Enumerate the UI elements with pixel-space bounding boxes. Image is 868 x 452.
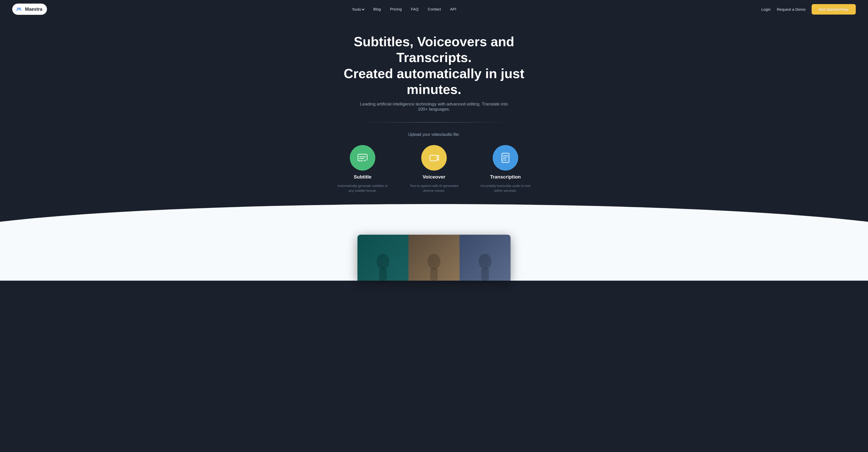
subtitle-feature-name: Subtitle (353, 174, 371, 180)
transcription-feature-name: Transcription (490, 174, 521, 180)
svg-point-5 (363, 158, 367, 162)
nav-item-faq[interactable]: FAQ (411, 7, 419, 11)
feature-card-transcription[interactable]: Transcription Accurately transcribe audi… (477, 145, 533, 193)
svg-rect-7 (502, 153, 509, 162)
svg-rect-16 (379, 268, 387, 281)
video-panel-1 (358, 235, 408, 281)
feature-card-voiceover[interactable]: Voiceover Text-to-speech with AI-generat… (406, 145, 462, 193)
request-demo-link[interactable]: Request a Demo (777, 7, 806, 11)
logo-text: Maestra (25, 7, 42, 12)
nav-right: Login Request a Demo Get Started Free (761, 4, 856, 15)
nav-item-blog[interactable]: Blog (373, 7, 381, 11)
nav-item-api[interactable]: API (450, 7, 456, 11)
video-preview (358, 235, 510, 281)
nav-item-tools[interactable]: Tools (352, 7, 364, 11)
hero-section: Subtitles, Voiceovers and Transcripts. C… (0, 19, 868, 281)
svg-point-1 (19, 9, 20, 10)
svg-rect-18 (430, 268, 438, 281)
subtitle-icon-circle[interactable] (350, 145, 375, 171)
feature-cards: Subtitle Automatically generate subtitle… (324, 145, 544, 193)
svg-point-15 (377, 254, 389, 269)
svg-point-17 (428, 254, 440, 269)
hero-subtitle: Leading artificial intelligence technolo… (358, 102, 510, 112)
upload-section: Upload your video/audio file: Subtitle A… (319, 122, 549, 203)
transcription-feature-desc: Accurately transcribe audio to text with… (477, 183, 533, 193)
nav-item-pricing[interactable]: Pricing (390, 7, 402, 11)
upload-label: Upload your video/audio file: (324, 132, 544, 137)
svg-rect-20 (481, 268, 489, 281)
maestra-logo-icon (15, 5, 23, 13)
svg-rect-6 (430, 155, 437, 161)
navbar: Maestra Tools Blog Pricing FAQ Contact A… (0, 0, 868, 19)
nav-item-contact[interactable]: Contact (428, 7, 441, 11)
video-panel-2 (408, 235, 460, 281)
hero-headline: Subtitles, Voiceovers and Transcripts. C… (332, 34, 536, 97)
subtitle-feature-desc: Automatically generate subtitles in any … (335, 183, 391, 193)
face-silhouette-1 (373, 250, 393, 281)
tools-dropdown-icon (362, 7, 364, 10)
voiceover-icon (428, 152, 440, 164)
voiceover-feature-name: Voiceover (423, 174, 445, 180)
logo[interactable]: Maestra (12, 4, 47, 15)
nav-links: Tools Blog Pricing FAQ Contact API (352, 7, 457, 11)
face-silhouette-3 (475, 250, 495, 281)
feature-card-subtitle[interactable]: Subtitle Automatically generate subtitle… (335, 145, 391, 193)
transcription-icon-circle[interactable] (493, 145, 518, 171)
bottom-curve-section (5, 235, 863, 281)
transcription-icon (499, 152, 512, 164)
get-started-button[interactable]: Get Started Free (812, 4, 856, 15)
voiceover-feature-desc: Text-to-speech with AI-generated diverse… (406, 183, 462, 193)
subtitle-icon (356, 152, 369, 164)
face-silhouette-2 (424, 250, 444, 281)
video-preview-wrapper (5, 235, 863, 281)
video-panel-3 (460, 235, 510, 281)
voiceover-icon-circle[interactable] (421, 145, 447, 171)
svg-point-19 (479, 254, 491, 269)
login-link[interactable]: Login (761, 7, 771, 11)
